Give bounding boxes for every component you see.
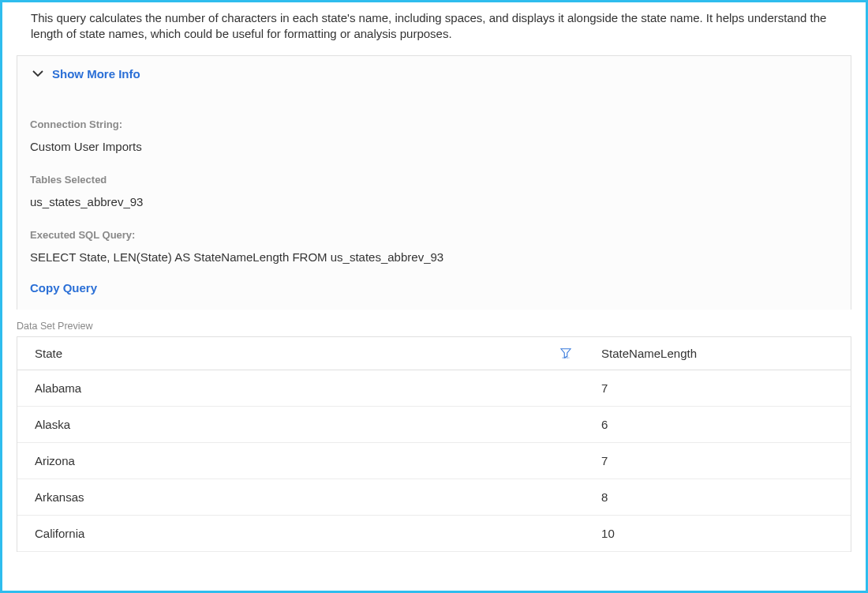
column-header-state-label: State xyxy=(35,347,62,360)
executed-sql-label: Executed SQL Query: xyxy=(30,229,838,241)
cell-length: 7 xyxy=(584,370,851,406)
chevron-down-icon xyxy=(32,69,44,78)
cell-length: 8 xyxy=(584,479,851,515)
executed-sql-value: SELECT State, LEN(State) AS StateNameLen… xyxy=(30,250,838,264)
query-description: This query calculates the number of char… xyxy=(2,2,866,47)
cell-state: Arkansas xyxy=(17,479,584,515)
cell-state: California xyxy=(17,515,584,551)
table-row[interactable]: California10 xyxy=(17,515,851,551)
cell-state: Arizona xyxy=(17,442,584,479)
column-header-length-label: StateNameLength xyxy=(601,347,697,360)
tables-selected-label: Tables Selected xyxy=(30,174,838,186)
cell-length: 10 xyxy=(584,515,851,551)
tables-selected-value: us_states_abbrev_93 xyxy=(30,195,838,208)
table-row[interactable]: Alaska6 xyxy=(17,406,851,442)
cell-length: 7 xyxy=(584,442,851,479)
info-panel: Show More Info Connection String: Custom… xyxy=(17,55,851,310)
table-row[interactable]: Alabama7 xyxy=(17,370,851,406)
cell-state: Alaska xyxy=(17,406,584,442)
table-row[interactable]: Arkansas8 xyxy=(17,479,851,515)
connection-string-value: Custom User Imports xyxy=(30,140,838,153)
cell-state: Alabama xyxy=(17,370,584,406)
table-header-row: State StateNameLength xyxy=(17,336,851,370)
show-more-info-toggle[interactable]: Show More Info xyxy=(30,67,838,81)
column-header-state[interactable]: State xyxy=(17,336,584,370)
data-set-preview-table: State StateNameLength Alabama7Alaska xyxy=(17,336,851,552)
column-header-length[interactable]: StateNameLength xyxy=(584,336,851,370)
show-more-info-label: Show More Info xyxy=(52,67,140,81)
data-set-preview-label: Data Set Preview xyxy=(17,321,866,332)
filter-icon[interactable] xyxy=(560,347,571,358)
copy-query-button[interactable]: Copy Query xyxy=(30,281,97,295)
table-row[interactable]: Arizona7 xyxy=(17,442,851,479)
app-frame: This query calculates the number of char… xyxy=(0,0,868,593)
connection-string-label: Connection String: xyxy=(30,118,838,130)
cell-length: 6 xyxy=(584,406,851,442)
